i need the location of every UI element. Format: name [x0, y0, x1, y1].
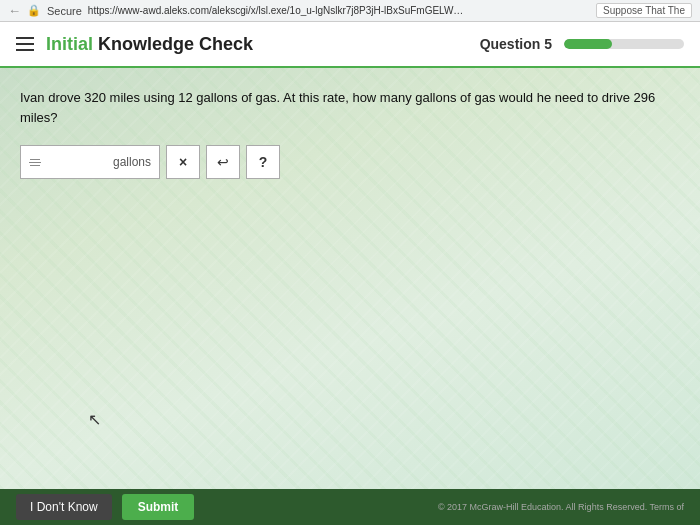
header-right: Question 5	[480, 36, 684, 52]
url-bar[interactable]: https://www-awd.aleks.com/alekscgi/x/lsl…	[88, 5, 468, 16]
dont-know-button[interactable]: I Don't Know	[16, 494, 112, 520]
answer-row: gallons × ↩ ?	[20, 145, 680, 179]
hamburger-menu-button[interactable]	[16, 37, 34, 51]
footer-bar: I Don't Know Submit © 2017 McGraw-Hill E…	[0, 489, 700, 525]
title-rest: Knowledge Check	[93, 34, 253, 54]
header-left: Initial Knowledge Check	[16, 34, 253, 55]
progress-bar	[564, 39, 684, 49]
clear-button[interactable]: ×	[166, 145, 200, 179]
answer-input-wrapper: gallons	[20, 145, 160, 179]
progress-fill	[564, 39, 612, 49]
question-area: Ivan drove 320 miles using 12 gallons of…	[0, 68, 700, 189]
browser-tab[interactable]: Suppose That The	[596, 3, 692, 18]
unit-label: gallons	[113, 155, 151, 169]
undo-button[interactable]: ↩	[206, 145, 240, 179]
browser-bar: ← 🔒 Secure https://www-awd.aleks.com/ale…	[0, 0, 700, 22]
hint-button[interactable]: ?	[246, 145, 280, 179]
back-button[interactable]: ←	[8, 3, 21, 18]
main-content: Ivan drove 320 miles using 12 gallons of…	[0, 68, 700, 489]
footer-copyright: © 2017 McGraw-Hill Education. All Rights…	[438, 502, 684, 512]
title-initial: Initial	[46, 34, 93, 54]
fraction-icon	[29, 159, 41, 166]
question-text: Ivan drove 320 miles using 12 gallons of…	[20, 88, 680, 127]
secure-label: Secure	[47, 5, 82, 17]
app-title: Initial Knowledge Check	[46, 34, 253, 55]
app-header: Initial Knowledge Check Question 5	[0, 22, 700, 68]
secure-icon: 🔒	[27, 4, 41, 17]
answer-input[interactable]	[47, 155, 107, 170]
submit-button[interactable]: Submit	[122, 494, 195, 520]
question-number: Question 5	[480, 36, 552, 52]
footer-left: I Don't Know Submit	[16, 494, 194, 520]
